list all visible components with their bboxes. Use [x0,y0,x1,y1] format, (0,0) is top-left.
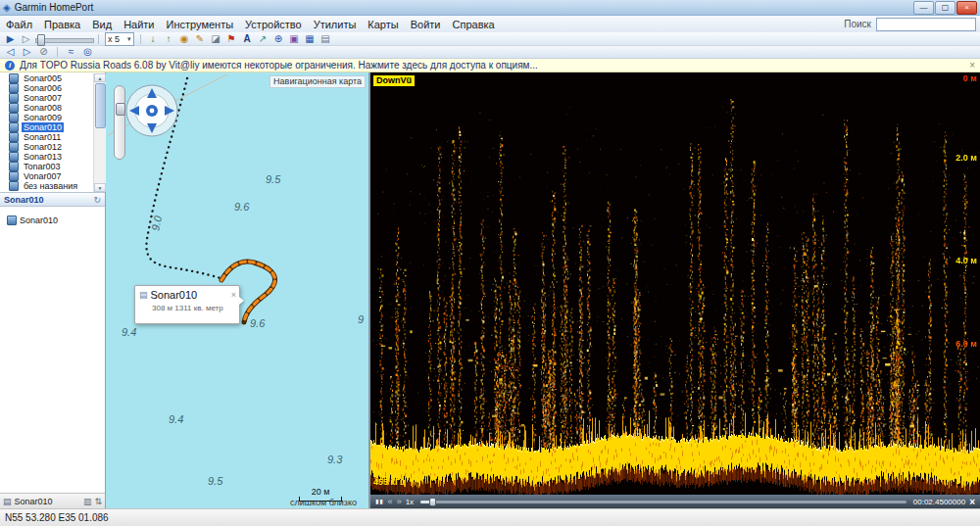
sonar-file-icon [9,73,19,83]
tree-item-label: Sonar005 [22,73,64,83]
info-icon: i [5,61,15,71]
toolbar-separator [98,34,99,44]
sonar-file-icon [9,93,19,103]
main-area: Sonar005 Sonar006 Sonar007 Sonar008 Sona… [0,72,980,508]
nav-back-icon[interactable]: ◁ [4,46,17,58]
tree-scrollbar[interactable]: ▲ ▼ [93,73,106,192]
depth-label: 9.4 [169,413,183,425]
scroll-up-icon[interactable]: ▲ [94,73,106,82]
menu-login[interactable]: Войти [405,19,447,30]
menu-edit[interactable]: Правка [38,19,86,30]
play-icon[interactable]: ▶ [4,33,17,45]
panel-item-sonar010[interactable]: Sonar010 [0,215,105,226]
sidebar-item-sonar005[interactable]: Sonar005 [0,73,93,83]
sidebar-item-sonar009[interactable]: Sonar009 [0,113,93,122]
depth-label: 9.6 [234,201,249,213]
sonar-file-icon [9,181,19,191]
route-icon[interactable]: ↗ [257,33,270,45]
sidebar-item-untitled[interactable]: без названия [0,181,93,191]
menu-help[interactable]: Справка [447,19,501,30]
import-icon[interactable]: ↓ [147,33,160,45]
chevron-down-icon: ▾ [127,35,131,43]
depth-label: 9.4 [122,326,136,338]
play-outline-icon[interactable]: ▷ [20,33,32,45]
sidebar-bottom-bar: ▤ Sonar010 ▥ ⇅ [0,493,105,508]
sidebar-item-sonar011[interactable]: Sonar011 [0,132,93,142]
print-icon[interactable]: ▤ [319,33,332,45]
sidebar-item-sonar007[interactable]: Sonar007 [0,93,93,103]
slider-thumb[interactable] [37,34,45,46]
maximize-icon[interactable]: ▢ [935,1,956,15]
list-view-icon[interactable]: ▥ [83,497,92,506]
tree-item-label: Sonar013 [22,152,64,162]
refresh-icon[interactable]: ↻ [93,195,101,205]
sonar-file-icon [9,162,19,171]
sonar-file-icon [9,103,19,113]
callout-title: Sonar010 [151,289,198,301]
notification-text[interactable]: Для TOPO Russia Roads 6.08 by Vit@liy им… [20,60,538,71]
selection-panel-header: Sonar010 ↻ [0,192,105,207]
erase-icon[interactable]: ◪ [210,33,222,45]
sonar-file-icon [9,113,19,122]
rewind-icon[interactable]: « [388,496,393,507]
callout-close-icon[interactable]: × [231,291,236,300]
progress-thumb[interactable] [429,498,436,506]
depth-label: 9 [358,313,364,325]
text-tool-icon[interactable]: A [241,33,254,45]
sidebar-item-tonar003[interactable]: Tonar003 [0,162,93,171]
compass-rose[interactable] [123,82,180,139]
menu-tools[interactable]: Инструменты [161,19,240,30]
sidebar-bottom-label: Sonar010 [15,497,53,506]
menu-view[interactable]: Вид [86,19,118,30]
playback-progress-slider[interactable] [420,498,906,506]
close-icon[interactable]: × [956,1,977,15]
pause-icon[interactable]: ▮▮ [375,496,384,507]
sonar-wave-icon[interactable]: ≈ [65,46,77,58]
sidebar-item-vonar007[interactable]: Vonar007 [0,171,93,181]
downvu-sonar-image [370,72,980,495]
playback-speed-slider[interactable] [35,34,92,44]
depth-label: 9.3 [327,454,342,465]
menu-device[interactable]: Устройство [239,19,308,30]
sidebar-item-sonar006[interactable]: Sonar006 [0,83,93,93]
sort-icon[interactable]: ⇅ [94,497,102,506]
sonar-playback-bar: ▮▮ « » 1x 00:02.4500000 × [370,495,980,508]
export-icon[interactable]: ↑ [163,33,175,45]
chart-icon[interactable]: ▦ [304,33,317,45]
depth-label: 9.5 [266,173,280,185]
menu-utilities[interactable]: Утилиты [308,19,363,30]
fast-forward-icon[interactable]: » [397,496,402,507]
search-input[interactable] [876,18,976,31]
nav-forward-icon[interactable]: ▷ [21,46,33,58]
notification-close-icon[interactable]: × [969,61,975,71]
flag-icon[interactable]: ⚑ [225,33,238,45]
sonar-track-icon: ▤ [139,291,148,300]
target-icon[interactable]: ◎ [81,46,94,58]
sidebar-item-sonar013[interactable]: Sonar013 [0,152,93,162]
minimize-icon[interactable]: — [913,1,934,15]
toolbar-separator [57,47,58,57]
playback-time: 00:02.4500000 [913,498,965,506]
sonar-file-icon [9,171,19,181]
menu-file[interactable]: Файл [0,19,38,30]
menu-maps[interactable]: Карты [362,19,404,30]
tree-item-label: Sonar011 [22,132,63,142]
disable-icon[interactable]: ⊘ [37,46,50,58]
photo-icon[interactable]: ▣ [288,33,301,45]
scrollbar-thumb[interactable] [95,83,106,128]
menu-find[interactable]: Найти [118,19,160,30]
zoom-level-dropdown[interactable]: x 5 ▾ [105,32,134,46]
zoom-level-value: x 5 [108,34,120,44]
waypoint-icon[interactable]: ◉ [178,33,191,45]
sidebar-item-sonar010-selected[interactable]: Sonar010 [0,122,93,132]
draw-icon[interactable]: ✎ [194,33,207,45]
document-icon: ▤ [3,497,12,506]
sonar-tree-list: Sonar005 Sonar006 Sonar007 Sonar008 Sona… [0,73,93,192]
scroll-down-icon[interactable]: ▼ [94,183,106,192]
measure-icon[interactable]: ⊕ [272,33,285,45]
sidebar-item-sonar012[interactable]: Sonar012 [0,142,93,152]
sidebar-item-sonar008[interactable]: Sonar008 [0,103,93,113]
main-toolbar: ▶ ▷ x 5 ▾ ↓ ↑ ◉ ✎ ◪ ⚑ A ↗ ⊕ ▣ ▦ ▤ [0,32,980,46]
player-close-icon[interactable]: × [969,497,975,507]
navigation-map[interactable]: Навигационная карта 9.5 9.6 9.0 9.6 9.4 … [106,72,368,508]
